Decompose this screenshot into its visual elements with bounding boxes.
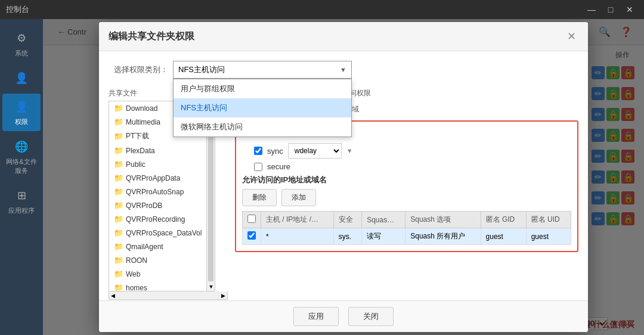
- apply-button[interactable]: 应用: [293, 307, 339, 326]
- ip-btn-row: 删除 添加: [242, 189, 571, 206]
- sidebar: ⚙ 系统 👤 👤 权限 🌐 网络&文件服务 ⊞ 应用程序: [0, 19, 43, 335]
- table-header-squash-option: Squash 选项: [405, 212, 481, 228]
- file-list-item[interactable]: 📁QVRProAppData: [109, 171, 206, 185]
- file-list-item[interactable]: 📁QVRProRecording: [109, 212, 206, 226]
- sidebar-item-system[interactable]: ⚙ 系统: [2, 25, 41, 63]
- file-name: PT下载: [126, 131, 149, 141]
- sidebar-item-network[interactable]: 🌐 网络&文件服务: [2, 134, 41, 180]
- close-dialog-button[interactable]: 关闭: [348, 307, 394, 326]
- table-header-host: 主机 / IP地址 /…: [261, 212, 334, 228]
- folder-icon: 📁: [114, 215, 123, 224]
- delete-button[interactable]: 删除: [242, 189, 277, 206]
- folder-icon: 📁: [114, 187, 123, 196]
- table-cell-squash-option: Squash 所有用户: [405, 228, 481, 245]
- secure-checkbox[interactable]: [254, 163, 262, 171]
- scroll-down-btn[interactable]: ▼: [207, 283, 215, 291]
- type-form-row: 选择权限类别： NFS主机访问 用户与群组权限 NFS主机访问 微软网络主机访问: [109, 61, 578, 79]
- sync-checkbox[interactable]: [254, 147, 262, 155]
- sync-label: sync: [267, 147, 283, 156]
- titlebar-controls: — □ ✕: [583, 1, 638, 18]
- modal-header: 编辑共享文件夹权限 ✕: [99, 22, 588, 51]
- dropdown-option-smb[interactable]: 微软网络主机访问: [174, 117, 351, 137]
- file-name: Multimedia: [126, 118, 160, 126]
- file-name: Public: [126, 160, 145, 169]
- table-cell-anon-uid: guest: [526, 228, 571, 245]
- scroll-left-btn[interactable]: ◀: [109, 291, 117, 299]
- modal-body: 选择权限类别： NFS主机访问 用户与群组权限 NFS主机访问 微软网络主机访问: [99, 51, 588, 300]
- sync-row: sync wdelay sync async ▼: [254, 143, 571, 159]
- file-list-item[interactable]: 📁QmailAgent: [109, 240, 206, 253]
- row-checkbox[interactable]: [247, 231, 256, 240]
- table-cell-security: sys.: [333, 228, 362, 245]
- file-list-item[interactable]: 📁homes: [109, 281, 206, 291]
- ip-section-label: 允许访问的IP地址或域名: [242, 175, 571, 185]
- folder-icon: 📁: [114, 146, 123, 155]
- file-name: PlexData: [126, 147, 155, 155]
- main-layout: ⚙ 系统 👤 👤 权限 🌐 网络&文件服务 ⊞ 应用程序 ← ← Contr: [0, 19, 644, 335]
- table-cell-host: *: [261, 228, 334, 245]
- file-list-item[interactable]: 📁QVRProSpace_DataVol: [109, 226, 206, 240]
- sidebar-item-user[interactable]: 👤: [2, 65, 41, 91]
- file-name: ROON: [126, 256, 147, 265]
- folder-icon: 📁: [114, 256, 123, 265]
- table-header-anon-gid: 匿名 GID: [481, 212, 526, 228]
- modal-overlay: 编辑共享文件夹权限 ✕ 选择权限类别： NFS主机访问 用户与群组权限 NFS: [43, 19, 644, 335]
- content-area: ← ← Contr 🔍 ❓ 操作 ✏ 🔒 🔒: [43, 19, 644, 335]
- secure-row: secure: [254, 162, 571, 171]
- table-header-squash-short: Squas…: [362, 212, 405, 228]
- sidebar-item-permissions[interactable]: 👤 权限: [2, 94, 41, 131]
- sidebar-label-apps: 应用程序: [8, 206, 35, 215]
- modal-close-button[interactable]: ✕: [564, 29, 578, 44]
- titlebar-title: 控制台: [6, 4, 29, 15]
- sync-select-wrapper: wdelay sync async: [288, 143, 342, 159]
- red-border-section: 访问权限 sync wdelay sync: [235, 120, 578, 252]
- table-cell-checkbox: [243, 228, 261, 245]
- table-select-all-checkbox[interactable]: [247, 215, 256, 223]
- gear-icon: ⚙: [13, 30, 30, 46]
- table-row[interactable]: * sys. 读写 Squash 所有用户 guest guest: [243, 228, 571, 245]
- folder-icon: 📁: [114, 269, 123, 278]
- type-dropdown-display[interactable]: NFS主机访问: [173, 61, 352, 79]
- dropdown-option-users[interactable]: 用户与群组权限: [174, 79, 351, 98]
- folder-icon: 📁: [114, 242, 123, 251]
- scroll-right-btn[interactable]: ▶: [219, 291, 227, 299]
- sidebar-label-system: 系统: [15, 49, 28, 58]
- table-header-anon-uid: 匿名 UID: [526, 212, 571, 228]
- type-label: 选择权限类别：: [109, 64, 168, 75]
- minimize-button[interactable]: —: [583, 1, 600, 18]
- sync-arrow-icon: ▼: [346, 147, 353, 154]
- secure-label: secure: [267, 162, 290, 171]
- user-icon: 👤: [13, 70, 30, 86]
- folder-icon: 📁: [114, 160, 123, 169]
- sync-select[interactable]: wdelay sync async: [288, 143, 342, 159]
- apps-icon: ⊞: [13, 187, 30, 204]
- file-name: QVRProAppData: [126, 174, 180, 182]
- file-list-item[interactable]: 📁Web: [109, 267, 206, 281]
- file-list-item[interactable]: 📁Public: [109, 157, 206, 171]
- maximize-button[interactable]: □: [602, 1, 619, 18]
- folder-icon: 📁: [114, 228, 123, 237]
- folder-icon: 📁: [114, 283, 123, 291]
- add-button[interactable]: 添加: [281, 189, 316, 206]
- file-list-item[interactable]: 📁QVRProDB: [109, 198, 206, 212]
- file-name: QVRProAutoSnap: [126, 188, 184, 196]
- file-list-item[interactable]: 📁ROON: [109, 253, 206, 267]
- file-list-item[interactable]: 📁PlexData: [109, 144, 206, 157]
- file-list-item[interactable]: 📁QVRProAutoSnap: [109, 185, 206, 198]
- file-name: homes: [126, 284, 147, 292]
- sidebar-label-network: 网络&文件服务: [5, 157, 38, 175]
- table-cell-anon-gid: guest: [481, 228, 526, 245]
- ip-table: 主机 / IP地址 /… 安全 Squas… Squash 选项 匿名 GID …: [242, 211, 571, 245]
- titlebar: 控制台 — □ ✕: [0, 0, 644, 19]
- file-name: QVRProDB: [126, 201, 162, 210]
- horizontal-scroll[interactable]: ◀ ▶: [109, 291, 228, 300]
- dropdown-option-nfs[interactable]: NFS主机访问: [174, 98, 351, 117]
- close-button[interactable]: ✕: [621, 1, 638, 18]
- sidebar-item-apps[interactable]: ⊞ 应用程序: [2, 182, 41, 220]
- type-dropdown-container: NFS主机访问 用户与群组权限 NFS主机访问 微软网络主机访问: [173, 61, 352, 79]
- folder-icon: 📁: [114, 201, 123, 210]
- file-name: Web: [126, 270, 140, 278]
- sidebar-label-permissions: 权限: [15, 117, 28, 126]
- modal-dialog: 编辑共享文件夹权限 ✕ 选择权限类别： NFS主机访问 用户与群组权限 NFS: [99, 22, 588, 332]
- table-header-checkbox: [243, 212, 261, 228]
